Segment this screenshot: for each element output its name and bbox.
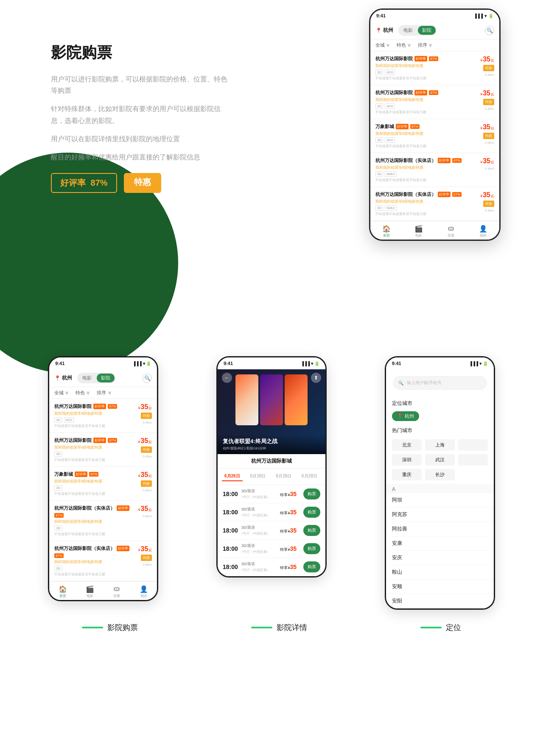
filter-row: 全城 ∨ 特色 ∨ 排序 ∨ — [370, 39, 499, 51]
buy-ticket-1[interactable]: 购票 — [303, 488, 320, 499]
tab-movie-bottom[interactable]: 电影 — [78, 374, 96, 382]
cinema-item-4[interactable]: 杭州万达国际影院（实体店） 好评率 87% 我和我的祖国等8部电影特惠 3D I… — [370, 153, 499, 187]
status-icons-2: ▐▐▐ ▾ 🔋 — [301, 361, 319, 366]
current-city-tag[interactable]: 📍 杭州 — [392, 411, 419, 421]
b-cinema-4[interactable]: 杭州万达国际影院（实体店） 好评率 87% 我和我的祖国等8部电影特惠 3D 不… — [49, 501, 157, 541]
paragraph-4: 醒目的好频率和优惠给用户跟直接的了解影院信息 — [51, 151, 229, 163]
city-anqing[interactable]: 安庆 — [386, 551, 494, 565]
poster-strip — [234, 373, 309, 427]
hot-city-changsha[interactable]: 长沙 — [425, 469, 455, 480]
nav-home[interactable]: 🏠 首页 — [383, 225, 390, 238]
filter-sort-b[interactable]: 排序 ∨ — [97, 390, 111, 396]
date-tab-3[interactable]: 6月28日 — [273, 472, 294, 481]
city-akesu[interactable]: 阿克苏 — [386, 508, 494, 522]
b-cinema-1[interactable]: 杭州万达国际影院 好评率 87% 我和我的祖国等8部电影特惠 3D 4DX 不知… — [49, 399, 157, 433]
buy-ticket-4[interactable]: 购票 — [303, 543, 320, 554]
phone-wrapper-location: 9:41 ▐▐▐ ▾ 🔋 🔍 输入用户账/手机号 定位城市 — [362, 356, 518, 610]
paragraph-2: 针对特殊群体，比如对影院有要求的用户可以根据影院信息，选着心意的影院。 — [51, 103, 229, 126]
filter-sort[interactable]: 排序 ∨ — [418, 42, 432, 48]
hot-city-wuhan[interactable]: 武汉 — [425, 454, 455, 466]
cinema-item-2[interactable]: 杭州万达国际影院 好评率 87% 我和我的祖国等8部电影特惠 3D 4DX 不知… — [370, 85, 499, 119]
b-cinema-2[interactable]: 杭州万达国际影院 好评率 87% 我和我的祖国等8部电影特惠 3D 不知道最不知… — [49, 433, 157, 467]
buy-ticket-5[interactable]: 购票 — [303, 561, 320, 572]
tab-movie[interactable]: 电影 — [399, 26, 417, 35]
phone-frame-location: 9:41 ▐▐▐ ▾ 🔋 🔍 输入用户账/手机号 定位城市 — [385, 356, 495, 610]
filter-all-b[interactable]: 全城 ∨ — [54, 390, 69, 396]
city-tag: 📍 杭州 — [375, 27, 393, 34]
hot-cities-title: 热门城市 — [386, 424, 494, 436]
showtime-1: 18:00 3D/英语 7号厅（中国巨幕） 特享¥35 购票 — [218, 485, 325, 503]
badges-row: 好评率 87% 特惠 — [51, 173, 229, 193]
label-location: 定位 — [420, 622, 461, 633]
showtime-3: 18:00 3D/英语 7号厅（中国巨幕） 特享¥35 购票 — [218, 522, 325, 540]
location-content: 🔍 输入用户账/手机号 定位城市 📍 杭州 热门城市 — [386, 369, 494, 608]
city-tag-bottom: 📍 杭州 — [54, 374, 72, 382]
nav-me[interactable]: 👤 我的 — [479, 225, 487, 238]
date-tab-4[interactable]: 6月28日 — [299, 472, 320, 481]
status-bar-3: 9:41 ▐▐▐ ▾ 🔋 — [386, 357, 494, 369]
hot-city-shenzhen[interactable]: 深圳 — [392, 454, 422, 466]
phones-row: 9:41 ▐▐▐ ▾ 🔋 📍 杭州 电影 影院 🔍 — [25, 356, 518, 610]
label-cinema-detail: 影院详情 — [251, 622, 307, 633]
filter-special[interactable]: 特色 ∨ — [397, 42, 411, 48]
label-cinema-ticket: 影院购票 — [82, 622, 138, 633]
alpha-a: A — [386, 484, 494, 493]
cinema-list-bottom: 杭州万达国际影院 好评率 87% 我和我的祖国等8部电影特惠 3D 4DX 不知… — [49, 399, 157, 581]
label-line-1 — [82, 627, 103, 628]
hot-city-shanghai[interactable]: 上海 — [425, 439, 455, 451]
filter-special-b[interactable]: 特色 ∨ — [76, 390, 90, 396]
city-anyang[interactable]: 安阳 — [386, 594, 494, 608]
city-aba[interactable]: 阿坝 — [386, 493, 494, 508]
city-ankang[interactable]: 安康 — [386, 536, 494, 551]
hot-city-placeholder — [458, 439, 488, 451]
cinema-tab-group[interactable]: 电影 影院 — [398, 25, 437, 36]
city-anshan[interactable]: 鞍山 — [386, 565, 494, 580]
top-section: 影院购票 用户可以进行影院购票，可以根据影院的价格、位置、特色等购票 针对特殊群… — [0, 0, 543, 331]
date-tab-1[interactable]: 6月26日 — [222, 472, 243, 481]
tab-cinema[interactable]: 影院 — [418, 26, 436, 35]
cinema-item-1[interactable]: 杭州万达国际影院 好评率 87% 我和我的祖国等8部电影特惠 3D 4DX 不知… — [370, 51, 499, 85]
filter-all[interactable]: 全城 ∨ — [375, 42, 390, 48]
b-cinema-3[interactable]: 万象影城 好评率 87% 我和我的祖国等8部电影特惠 3D 不知道最不知道最多至… — [49, 467, 157, 501]
phone-frame-detail: 9:41 ▐▐▐ ▾ 🔋 ← ⬆ 复仇者联盟4:终局之战 — [216, 356, 327, 577]
cinema-item-3[interactable]: 万象影城 好评率 87% 我和我的祖国等8部电影特惠 3D 4DX 不知道最不知… — [370, 119, 499, 153]
date-tab-2[interactable]: 6月28日 — [248, 472, 269, 481]
search-bar-location[interactable]: 🔍 输入用户账/手机号 — [393, 376, 487, 390]
special-badge: 特惠 — [124, 173, 161, 193]
nav-movie[interactable]: 🎬 电影 — [415, 225, 423, 238]
showtime-4: 18:00 3D/英语 7号厅（中国巨幕） 特享¥35 购票 — [218, 540, 325, 558]
status-icons-1: ▐▐▐ ▾ 🔋 — [133, 361, 151, 366]
showtime-list: 18:00 3D/英语 7号厅（中国巨幕） 特享¥35 购票 18:00 3D/… — [218, 485, 325, 576]
back-button[interactable]: ← — [222, 373, 232, 383]
nav-home-1[interactable]: 🏠首页 — [59, 585, 67, 598]
status-icons: ▐▐▐ ▾ 🔋 — [474, 14, 493, 18]
search-btn-bottom[interactable]: 🔍 — [143, 374, 152, 383]
tab-cinema-bottom[interactable]: 影院 — [97, 374, 115, 382]
date-tabs: 6月26日 6月28日 6月28日 6月28日 — [218, 469, 325, 485]
share-button[interactable]: ⬆ — [311, 373, 321, 383]
nav-me-1[interactable]: 👤我的 — [140, 585, 148, 598]
buy-ticket-2[interactable]: 购票 — [303, 507, 320, 518]
cinema-item-5[interactable]: 杭州万达国际影院（实体店） 好评率 87% 我和我的祖国等8部电影特惠 3D I… — [370, 187, 499, 221]
label-line-2 — [251, 627, 272, 628]
nav-buy[interactable]: 🎟 买票 — [447, 225, 455, 238]
showtime-5: 18:00 3D/英语 7号厅（中国巨幕） 特享¥35 购票 — [218, 558, 325, 576]
cinema-title-bar: 杭州万达国际影城 — [218, 454, 325, 469]
hot-city-beijing[interactable]: 北京 — [392, 439, 422, 451]
buy-ticket-3[interactable]: 购票 — [303, 525, 320, 536]
nav-movie-1[interactable]: 🎬电影 — [86, 585, 94, 598]
city-alashan[interactable]: 阿拉善 — [386, 522, 494, 536]
label-line-3 — [420, 627, 442, 628]
hot-city-chongqing[interactable]: 重庆 — [392, 469, 422, 480]
city-anshun[interactable]: 安顺 — [386, 580, 494, 594]
bottom-nav-1: 🏠首页 🎬电影 🎟买票 👤我的 — [49, 581, 157, 600]
nav-buy-1[interactable]: 🎟买票 — [113, 585, 120, 598]
bottom-nav-top: 🏠 首页 🎬 电影 🎟 买票 👤 我的 — [370, 221, 499, 240]
phone-wrapper-cinema-list: 9:41 ▐▐▐ ▾ 🔋 📍 杭州 电影 影院 🔍 — [25, 356, 181, 601]
phone-frame-top: 9:41 ▐▐▐ ▾ 🔋 📍 杭州 电影 影院 🔍 — [369, 8, 501, 241]
status-icons-3: ▐▐▐ ▾ 🔋 — [469, 361, 488, 366]
b-cinema-5[interactable]: 杭州万达国际影院（实体店） 好评率 87% 我和我的祖国等8部电影特惠 3D 不… — [49, 541, 157, 581]
search-icon[interactable]: 🔍 — [485, 26, 494, 35]
poster-1 — [235, 374, 258, 425]
tab-group-bottom[interactable]: 电影 影院 — [77, 373, 115, 383]
